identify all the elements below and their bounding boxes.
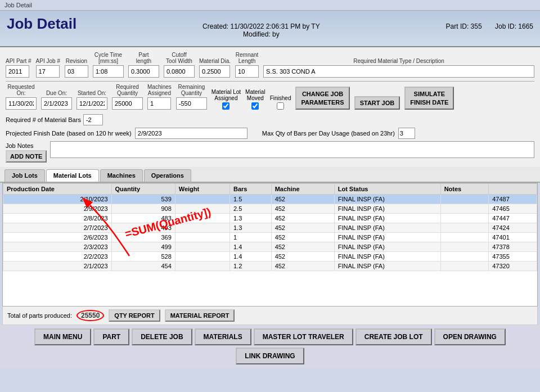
req-bars-section: Required # of Material Bars	[6, 114, 103, 125]
tab-operations[interactable]: Operations	[144, 169, 191, 182]
table-cell-1: 369	[111, 233, 175, 242]
table-row[interactable]: 2/6/20233691452FINAL INSP (FA)47401	[3, 233, 537, 242]
main-menu-button[interactable]: MAIN MENU	[34, 328, 91, 345]
materials-button[interactable]: MATERIALS	[195, 328, 251, 345]
table-cell-2	[175, 214, 230, 223]
table-row[interactable]: 2/3/20234991.4452FINAL INSP (FA)47378	[3, 242, 537, 252]
header-meta: Created: 11/30/2022 2:06:31 PM by TY Mod…	[88, 22, 434, 38]
material-dia-input[interactable]	[199, 65, 230, 78]
required-qty-group: Required Quantity	[112, 84, 143, 110]
table-row[interactable]: 2/10/20235391.5452FINAL INSP (FA)47487	[3, 195, 537, 204]
api-part-label: API Part #	[6, 58, 32, 64]
table-cell-4: 452	[271, 242, 334, 252]
table-row[interactable]: 2/1/20234541.2452FINAL INSP (FA)47320	[3, 262, 537, 271]
part-button[interactable]: PART	[93, 328, 129, 345]
change-job-params-button[interactable]: CHANGE JOBPARAMETERS	[295, 87, 349, 110]
table-cell-2	[175, 233, 230, 242]
table-row[interactable]: 2/2/20235281.4452FINAL INSP (FA)47355	[3, 252, 537, 262]
cycle-time-input[interactable]	[93, 65, 124, 78]
qty-report-button[interactable]: QTY REPORT	[109, 309, 160, 322]
table-cell-4: 452	[271, 223, 334, 233]
table-cell-4: 452	[271, 252, 334, 262]
max-qty-input[interactable]	[398, 128, 415, 139]
machines-assigned-input[interactable]	[147, 97, 171, 110]
delete-job-button[interactable]: DELETE JOB	[132, 328, 192, 345]
tab-machines[interactable]: Machines	[100, 169, 143, 182]
material-report-button[interactable]: MATERIAL REPORT	[165, 309, 235, 322]
api-part-input[interactable]	[6, 65, 29, 78]
table-cell-3: 1.4	[230, 252, 271, 262]
proj-finish-input[interactable]	[135, 128, 248, 139]
table-cell-0: 2/6/2023	[3, 233, 112, 242]
table-cell-3: 1.5	[230, 195, 271, 204]
requested-on-input[interactable]	[6, 97, 37, 110]
notes-area[interactable]	[50, 141, 534, 158]
remaining-qty-input[interactable]	[176, 97, 207, 110]
req-bars-input[interactable]	[83, 114, 103, 125]
remnant-group: Remnant Length	[235, 52, 259, 78]
open-drawing-button[interactable]: OPEN DRAWING	[434, 328, 506, 345]
table-cell-0: 2/3/2023	[3, 242, 112, 252]
bottom-buttons: MAIN MENU PART DELETE JOB MATERIALS MAST…	[0, 325, 540, 368]
material-dia-label: Material Dia.	[199, 58, 231, 64]
due-on-label: Due On:	[41, 90, 72, 96]
table-cell-7: 47355	[489, 252, 537, 262]
req-bars-label: Required # of Material Bars	[6, 116, 81, 123]
main-content: API Part # API Job # Revision Cycle Time…	[0, 47, 540, 167]
table-row[interactable]: 2/9/20239082.5452FINAL INSP (FA)47465	[3, 204, 537, 214]
table-cell-3: 1	[230, 233, 271, 242]
modified-info: Modified: by	[88, 30, 434, 38]
finished-group: Finished	[270, 95, 291, 110]
tab-job-lots[interactable]: Job Lots	[4, 169, 45, 182]
required-mat-input[interactable]	[263, 65, 534, 78]
api-job-input[interactable]	[36, 65, 60, 78]
tab-material-lots[interactable]: Material Lots	[46, 169, 99, 182]
started-on-input[interactable]	[76, 97, 107, 110]
finished-checkbox[interactable]	[277, 102, 284, 110]
table-row[interactable]: 2/8/20234831.3452FINAL INSP (FA)47447	[3, 214, 537, 223]
table-cell-2	[175, 223, 230, 233]
table-cell-0: 2/9/2023	[3, 204, 112, 214]
table-cell-2	[175, 252, 230, 262]
remnant-input[interactable]	[235, 65, 259, 78]
due-on-input[interactable]	[41, 97, 72, 110]
part-length-input[interactable]	[128, 65, 159, 78]
table-cell-7: 47401	[489, 233, 537, 242]
start-job-button[interactable]: START JOB	[354, 96, 400, 110]
started-on-label: Started On:	[76, 90, 107, 96]
revision-group: Revision	[65, 58, 88, 78]
revision-input[interactable]	[65, 65, 88, 78]
table-cell-1: 539	[111, 195, 175, 204]
material-moved-checkbox[interactable]	[251, 102, 259, 110]
table-cell-3: 1.2	[230, 262, 271, 271]
link-drawing-button[interactable]: LINK DRAWING	[236, 348, 304, 364]
job-notes-label: Job Notes	[6, 141, 47, 149]
table-row[interactable]: 2/7/20234931.3452FINAL INSP (FA)47424	[3, 223, 537, 233]
table-cell-6	[440, 223, 489, 233]
create-job-lot-button[interactable]: CREATE JOB LOT	[356, 328, 432, 345]
master-lot-traveler-button[interactable]: MASTER LOT TRAVELER	[254, 328, 353, 345]
notes-section: Job Notes ADD NOTE	[6, 141, 534, 163]
simulate-finish-date-button[interactable]: SIMULATEFINISH DATE	[404, 87, 454, 110]
header-section: Job Detail Created: 11/30/2022 2:06:31 P…	[0, 11, 540, 47]
table-section[interactable]: Production Date Quantity Weight Bars Mac…	[2, 183, 538, 307]
table-cell-7: 47487	[489, 195, 537, 204]
cutoff-input[interactable]	[164, 65, 195, 78]
requested-on-label: Requested On:	[6, 84, 37, 96]
created-info: Created: 11/30/2022 2:06:31 PM by TY	[88, 22, 434, 30]
add-note-button[interactable]: ADD NOTE	[6, 150, 47, 163]
material-lot-label: Material Lot Assigned	[212, 89, 241, 101]
remaining-qty-group: Remaining Quantity	[176, 84, 207, 110]
started-on-group: Started On:	[76, 90, 107, 110]
proj-finish-label: Projected Finish Date (based on 120 hr w…	[6, 130, 132, 137]
required-qty-input[interactable]	[112, 97, 143, 110]
material-lot-checkbox[interactable]	[222, 102, 230, 110]
total-parts-value: 25550	[76, 310, 104, 321]
cutoff-label: Cutoff Tool Width	[164, 52, 195, 64]
max-qty-label: Max Qty of Bars per Day Usage (based on …	[262, 130, 395, 137]
table-cell-1: 454	[111, 262, 175, 271]
col-header-qty: Quantity	[111, 184, 175, 195]
table-cell-3: 1.3	[230, 214, 271, 223]
table-cell-5: FINAL INSP (FA)	[334, 242, 440, 252]
table-cell-2	[175, 262, 230, 271]
